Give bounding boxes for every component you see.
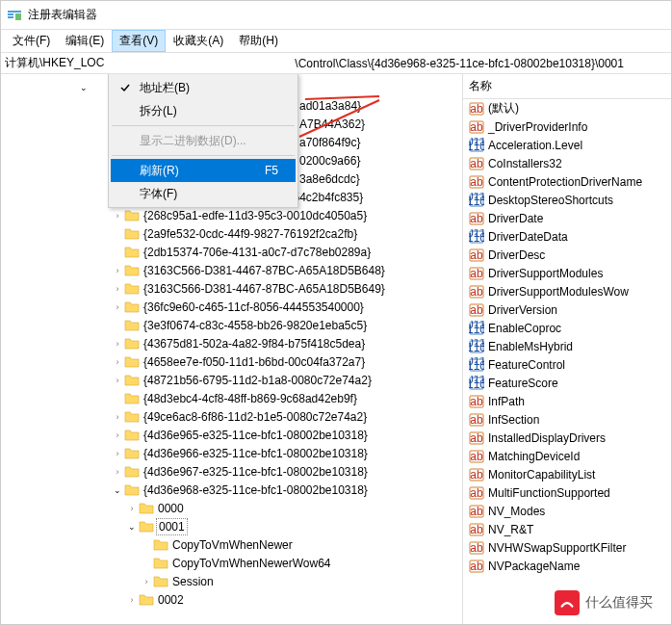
tree-expand-arrow[interactable]: ›	[112, 375, 123, 386]
tree-node[interactable]: ›Session	[1, 572, 462, 590]
string-value-icon: ab	[469, 504, 484, 519]
value-row[interactable]: abInstalledDisplayDrivers	[463, 429, 671, 447]
svg-text:ab: ab	[470, 431, 483, 445]
value-row[interactable]: abMultiFunctionSupported	[463, 483, 671, 502]
tree-node[interactable]: ›{49ce6ac8-6f86-11d2-b1e5-0080c72e74a2}	[1, 407, 462, 426]
value-row[interactable]: abNV_R&T	[463, 520, 671, 538]
value-name: MatchingDeviceId	[488, 450, 580, 463]
tree-node[interactable]: ›{4d36e966-e325-11ce-bfc1-08002be10318}	[1, 444, 462, 462]
address-bar[interactable]: 计算机\HKEY_LOC \Control\Class\{4d36e968-e3…	[1, 53, 671, 74]
tree-node-label: A7B44A362}	[297, 117, 367, 132]
menu-file[interactable]: 文件(F)	[5, 30, 58, 52]
tree-node[interactable]: {48d3ebc4-4cf8-48ff-b869-9c68ad42eb9f}	[1, 389, 462, 407]
tree-node[interactable]: ›{43675d81-502a-4a82-9f84-b75f418c5dea}	[1, 334, 462, 352]
menu-edit[interactable]: 编辑(E)	[58, 30, 112, 52]
tree-node[interactable]: CopyToVmWhenNewer	[1, 535, 462, 554]
tree-expand-arrow[interactable]: ›	[112, 283, 123, 295]
tree-expand-arrow[interactable]: ⌄	[78, 82, 90, 93]
folder-icon	[139, 519, 154, 534]
tree-node[interactable]: ›0002	[1, 590, 462, 609]
value-name: DriverDate	[488, 212, 543, 225]
tree-expand-arrow[interactable]: ›	[141, 576, 152, 587]
tree-node[interactable]: ›{4d36e965-e325-11ce-bfc1-08002be10318}	[1, 426, 462, 444]
tree-node[interactable]: ›{48721b56-6795-11d2-b1a8-0080c72e74a2}	[1, 371, 462, 389]
tree-node[interactable]: ›{4d36e967-e325-11ce-bfc1-08002be10318}	[1, 462, 462, 481]
tree-node-label: {4d36e965-e325-11ce-bfc1-08002be10318}	[142, 428, 370, 443]
value-name: MultiFunctionSupported	[488, 486, 610, 500]
menu-item-addressbar[interactable]: 地址栏(B)	[111, 76, 296, 99]
menu-item-refresh[interactable]: 刷新(R) F5	[111, 159, 296, 182]
tree-collapse-arrow[interactable]: ⌄	[112, 484, 123, 496]
tree-collapse-arrow[interactable]: ⌄	[126, 521, 138, 533]
tree-node-label: {4d36e967-e325-11ce-bfc1-08002be10318}	[142, 464, 370, 480]
folder-icon	[124, 391, 140, 406]
value-row[interactable]: abCoInstallers32	[463, 154, 671, 172]
tree-expand-arrow[interactable]: ›	[112, 265, 123, 276]
string-value-icon: ab	[469, 522, 484, 537]
svg-text:110: 110	[469, 378, 484, 391]
tree-expand-arrow[interactable]: ›	[112, 301, 123, 313]
value-row[interactable]: 011110DesktopStereoShortcuts	[463, 191, 671, 209]
value-row[interactable]: abNV_Modes	[463, 502, 671, 520]
value-name: FeatureControl	[488, 358, 565, 372]
tree-node[interactable]: {2a9fe532-0cdc-44f9-9827-76192f2ca2fb}	[1, 224, 462, 243]
tree-expand-arrow[interactable]: ›	[112, 430, 123, 441]
tree-node[interactable]: {3e3f0674-c83c-4558-bb26-9820e1eba5c5}	[1, 316, 462, 334]
menu-help[interactable]: 帮助(H)	[231, 30, 286, 52]
value-row[interactable]: abMatchingDeviceId	[463, 447, 671, 465]
tree-expand-arrow[interactable]: ›	[126, 594, 138, 606]
value-row[interactable]: abDriverSupportModulesWow	[463, 282, 671, 300]
tree-expand-arrow[interactable]: ›	[112, 466, 123, 478]
value-row[interactable]: 011110FeatureControl	[463, 355, 671, 374]
tree-expand-arrow[interactable]: ›	[112, 448, 123, 459]
menu-favorites[interactable]: 收藏夹(A)	[166, 30, 231, 52]
value-row[interactable]: abDriverDate	[463, 209, 671, 227]
value-row[interactable]: abDriverDesc	[463, 246, 671, 264]
value-row[interactable]: abInfSection	[463, 410, 671, 429]
values-pane[interactable]: 名称 ab(默认)ab_DriverProviderInfo011110Acce…	[463, 74, 671, 624]
tree-node[interactable]: ⌄{4d36e968-e325-11ce-bfc1-08002be10318}	[1, 481, 462, 499]
tree-expand-arrow[interactable]: ›	[112, 411, 123, 423]
value-row[interactable]: abNVPackageName	[463, 557, 671, 575]
value-row[interactable]: abNVHWSwapSupportKFilter	[463, 538, 671, 557]
smzdm-logo-icon	[555, 590, 580, 615]
value-row[interactable]: 011110EnableMsHybrid	[463, 337, 671, 355]
menu-item-font[interactable]: 字体(F)	[111, 182, 296, 205]
tree-expand-arrow[interactable]: ›	[112, 338, 123, 350]
workspace: 地址栏(B) 拆分(L) 显示二进制数据(D)... 刷新(R) F5 字体(F…	[1, 74, 671, 624]
value-row[interactable]: 011110FeatureScore	[463, 374, 671, 392]
tree-node-label: {36fc9e60-c465-11cf-8056-444553540000}	[142, 299, 366, 315]
value-row[interactable]: 011110DriverDateData	[463, 227, 671, 246]
value-row[interactable]: abMonitorCapabilityList	[463, 465, 671, 483]
tree-node[interactable]: CopyToVmWhenNewerWow64	[1, 554, 462, 572]
tree-expand-arrow[interactable]: ›	[126, 503, 138, 514]
value-row[interactable]: abDriverVersion	[463, 300, 671, 319]
value-row[interactable]: ab(默认)	[463, 99, 671, 117]
tree-node[interactable]: ›{268c95a1-edfe-11d3-95c3-0010dc4050a5}	[1, 206, 462, 224]
menu-item-split[interactable]: 拆分(L)	[111, 99, 296, 122]
value-row[interactable]: abDriverSupportModules	[463, 264, 671, 282]
column-header-name[interactable]: 名称	[463, 74, 671, 99]
tree-node[interactable]: ›{36fc9e60-c465-11cf-8056-444553540000}	[1, 298, 462, 316]
tree-node[interactable]: ⌄0001	[1, 517, 462, 535]
tree-node-label: ad01a3a84}	[297, 98, 363, 114]
value-row[interactable]: 011110EnableCoproc	[463, 319, 671, 337]
value-row[interactable]: abContentProtectionDriverName	[463, 172, 671, 191]
menu-view[interactable]: 查看(V)	[112, 30, 166, 52]
value-row[interactable]: ab_DriverProviderInfo	[463, 117, 671, 136]
string-value-icon: ab	[469, 174, 484, 190]
string-value-icon: ab	[469, 284, 484, 299]
tree-node[interactable]: ›{3163C566-D381-4467-87BC-A65A18D5B648}	[1, 261, 462, 279]
folder-icon	[124, 482, 140, 498]
tree-expand-arrow[interactable]: ›	[112, 210, 123, 221]
tree-node[interactable]: {2db15374-706e-4131-a0c7-d7c78eb0289a}	[1, 243, 462, 261]
value-row[interactable]: 011110Acceleration.Level	[463, 136, 671, 154]
value-row[interactable]: abInfPath	[463, 392, 671, 410]
tree-node[interactable]: ›{4658ee7e-f050-11d1-b6bd-00c04fa372a7}	[1, 352, 462, 371]
folder-icon	[124, 428, 140, 443]
value-name: DriverSupportModulesWow	[488, 285, 629, 299]
folder-icon	[124, 245, 140, 260]
tree-node[interactable]: ›0000	[1, 499, 462, 517]
tree-expand-arrow[interactable]: ›	[112, 356, 123, 368]
tree-node[interactable]: ›{3163C566-D381-4467-87BC-A65A18D5B649}	[1, 279, 462, 298]
